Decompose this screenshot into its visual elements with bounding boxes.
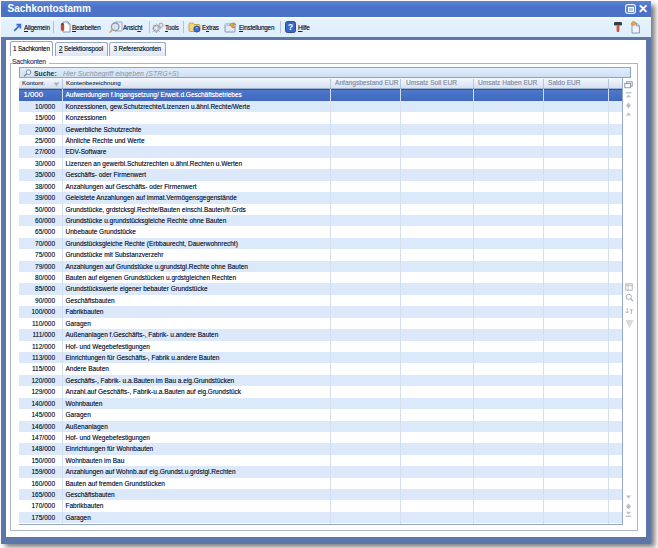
svg-text:?: ? (288, 22, 294, 32)
